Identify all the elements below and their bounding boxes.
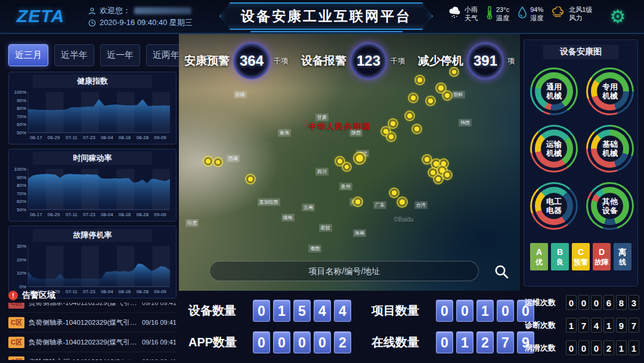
- digit-box: 4: [314, 300, 331, 322]
- rings-grid: 通用机械 专用机械 运输机械 基础机械 电工电器 其他设备: [530, 67, 631, 230]
- search-icon[interactable]: [494, 264, 509, 279]
- map-place-label: 泰国: [308, 245, 321, 253]
- project-map-dot[interactable]: [414, 127, 419, 131]
- weather-item: 小雨天气: [448, 5, 478, 22]
- project-map-dot[interactable]: [391, 121, 395, 126]
- project-map-dot[interactable]: [248, 177, 253, 182]
- alert-row[interactable]: C区 负荷侧轴承-10401202329(煤气引风机电... 09/16 09:…: [8, 313, 177, 333]
- alert-panel-title: 告警区域: [22, 290, 55, 301]
- health-ring-其他设备[interactable]: 其他设备: [586, 182, 634, 230]
- project-map-dot[interactable]: [407, 113, 412, 118]
- project-map-dot[interactable]: [431, 170, 435, 175]
- digit-box: 4: [334, 300, 351, 322]
- masked-username: [134, 7, 191, 14]
- project-map-dot[interactable]: [445, 93, 450, 98]
- digit-box: 1: [476, 300, 494, 322]
- svg-text:70%: 70%: [17, 191, 26, 196]
- project-map-dot[interactable]: [452, 70, 456, 74]
- project-map-dot[interactable]: [392, 190, 397, 195]
- datetime-text: 2020-9-16 09:40:40 星期三: [100, 17, 193, 29]
- rain-cloud-icon: [448, 7, 462, 21]
- zeta-logo: ZETA: [17, 6, 64, 26]
- health-ring-专用机械[interactable]: 专用机械: [586, 67, 634, 115]
- chart-card: 故障停机率 30%20%10%0%06-1706-2907-1107-2308-…: [8, 226, 177, 299]
- project-map-dot[interactable]: [411, 96, 416, 100]
- counter-label: APP数量: [188, 334, 243, 350]
- project-map-dot[interactable]: [441, 161, 446, 166]
- alert-time: 09/16 09:41: [142, 303, 177, 306]
- svg-text:08-16: 08-16: [119, 212, 131, 217]
- project-map-dot[interactable]: [383, 129, 388, 134]
- project-map-dot[interactable]: [445, 173, 450, 177]
- project-map-dot[interactable]: [356, 155, 363, 162]
- alert-time: 09/16 09:41: [142, 319, 177, 326]
- kpi-circle: 391: [467, 42, 504, 79]
- project-map-dot[interactable]: [417, 78, 422, 82]
- alert-row[interactable]: C区 负荷侧轴承-10401202329(煤气引风机电... 09/16 09:…: [8, 333, 177, 352]
- ring-center: 电工电器: [541, 193, 567, 219]
- alert-row[interactable]: C区 齿轮箱输入端-10401202412(2#（2V）... 09/16 09…: [8, 352, 177, 360]
- ring-label: 通用机械: [546, 82, 562, 100]
- welcome-block: 欢迎您： 2020-9-16 09:40:40 星期三: [88, 5, 193, 29]
- time-tab[interactable]: 近一年: [100, 44, 140, 66]
- alert-row[interactable]: C区 负荷侧轴承-10401202329(煤气引风机电... 09/16 09:…: [8, 303, 177, 313]
- weather-text: 94%湿度: [530, 5, 543, 22]
- time-tab[interactable]: 近三月: [8, 44, 48, 66]
- project-map-dot[interactable]: [436, 177, 441, 182]
- svg-text:60%: 60%: [17, 199, 26, 204]
- kpi-label: 减少停机: [418, 53, 463, 69]
- project-map-dot[interactable]: [434, 161, 439, 167]
- digit-strip: 174197: [566, 318, 639, 333]
- map-place-label: 孟加拉国: [258, 198, 280, 206]
- svg-text:50%: 50%: [17, 207, 26, 213]
- kpi-unit: 项: [507, 56, 515, 66]
- digit-box: 0: [497, 300, 514, 322]
- project-map-dot[interactable]: [389, 134, 394, 139]
- ring-label: 专用机械: [602, 82, 618, 100]
- settings-gear-icon[interactable]: ⚙: [607, 6, 628, 27]
- search-input[interactable]: [210, 262, 478, 281]
- project-map-dot[interactable]: [439, 168, 445, 173]
- svg-text:100%: 100%: [14, 90, 26, 95]
- map-place-label: 甘肃: [315, 113, 329, 121]
- svg-text:06-29: 06-29: [48, 135, 60, 140]
- map-place-label: 老挝: [319, 224, 332, 232]
- china-map[interactable]: 安康预警 364 千项设备报警 123 千项减少停机 391 项 中华人民共和国…: [179, 34, 520, 291]
- kpi-减少停机: 减少停机 391 项: [418, 42, 515, 79]
- weather-text: 23°c温度: [496, 5, 509, 22]
- chart-title: 时间稼动率: [33, 152, 152, 165]
- digit-box: 0: [293, 331, 311, 353]
- legend-letter: A: [536, 247, 542, 257]
- chart-title: 健康指数: [33, 75, 152, 88]
- chart-title: 故障停机率: [33, 229, 152, 242]
- ring-label: 运输机械: [546, 140, 562, 158]
- project-map-dot[interactable]: [400, 199, 405, 205]
- project-map-dot[interactable]: [338, 159, 342, 164]
- health-ring-运输机械[interactable]: 运输机械: [530, 125, 578, 173]
- project-map-dot[interactable]: [216, 160, 220, 164]
- weather-item: 23°c温度: [486, 5, 509, 22]
- kpi-安康预警: 安康预警 364 千项: [184, 42, 288, 79]
- ring-label: 基础机械: [602, 140, 618, 158]
- svg-text:60%: 60%: [17, 122, 26, 127]
- svg-text:20%: 20%: [17, 257, 26, 263]
- health-ring-通用机械[interactable]: 通用机械: [530, 67, 578, 115]
- svg-text:90%: 90%: [17, 98, 26, 103]
- svg-text:06-17: 06-17: [30, 135, 42, 140]
- health-ring-基础机械[interactable]: 基础机械: [586, 125, 634, 173]
- health-ring-电工电器[interactable]: 电工电器: [530, 182, 578, 230]
- digit-box: 0: [591, 340, 602, 355]
- alert-zone-badge: C区: [8, 356, 24, 361]
- project-map-dot[interactable]: [345, 165, 349, 169]
- svg-text:08-28: 08-28: [137, 135, 149, 140]
- time-tab[interactable]: 近半年: [54, 44, 94, 66]
- ring-center: 基础机械: [597, 136, 623, 162]
- svg-text:50%: 50%: [17, 130, 26, 136]
- counter-在线数量: 在线数量 01279: [371, 331, 534, 353]
- project-map-dot[interactable]: [425, 157, 429, 162]
- project-map-dot[interactable]: [428, 99, 433, 103]
- project-map-dot[interactable]: [206, 159, 210, 164]
- svg-text:09-09: 09-09: [154, 135, 166, 140]
- map-place-label: 缅甸: [281, 214, 295, 222]
- project-map-dot[interactable]: [438, 85, 444, 91]
